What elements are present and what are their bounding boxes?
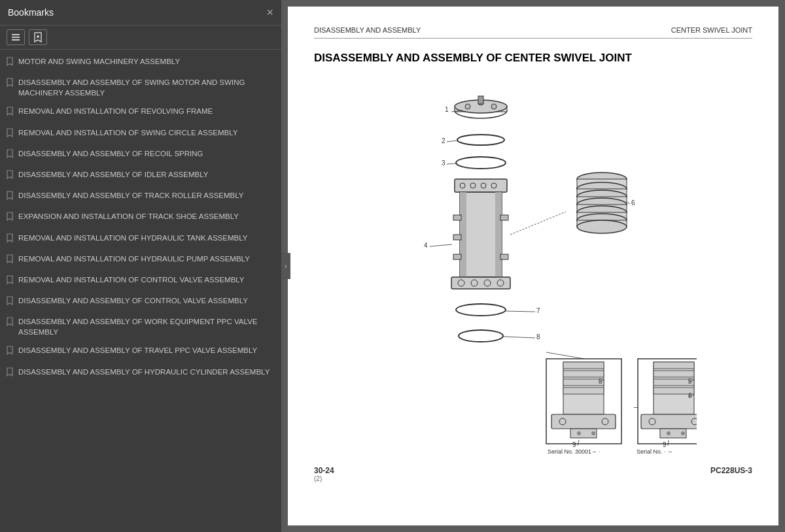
- svg-rect-32: [451, 277, 510, 289]
- svg-text:8: 8: [536, 333, 540, 341]
- svg-text:2: 2: [442, 137, 445, 144]
- svg-text:1: 1: [445, 106, 449, 113]
- bookmark-text: REMOVAL AND INSTALLATION OF HYDRAULIC TA…: [18, 233, 275, 243]
- svg-text:7: 7: [536, 307, 540, 314]
- bookmark-item[interactable]: EXPANSION AND INSTALLATION OF TRACK SHOE…: [0, 207, 281, 228]
- footer-page-sub: (2): [314, 475, 334, 482]
- bookmark-icon: [7, 367, 13, 380]
- svg-line-98: [510, 212, 566, 235]
- doc-header-left: DISASSEMBLY AND ASSEMBLY: [314, 26, 421, 34]
- bookmark-text: EXPANSION AND INSTALLATION OF TRACK SHOE…: [18, 211, 275, 222]
- svg-point-7: [465, 104, 470, 109]
- svg-rect-64: [563, 371, 604, 377]
- bookmark-icon: [7, 57, 13, 69]
- svg-rect-29: [453, 254, 461, 259]
- bookmark-item[interactable]: REMOVAL AND INSTALLATION OF CONTROL VALV…: [0, 271, 281, 291]
- bookmark-item[interactable]: DISASSEMBLY AND ASSEMBLY OF TRAVEL PPC V…: [0, 341, 281, 362]
- bookmark-icon: [7, 212, 13, 224]
- svg-rect-67: [551, 414, 616, 429]
- bookmark-text: REMOVAL AND INSTALLATION OF SWING CIRCLE…: [18, 127, 275, 138]
- svg-rect-26: [495, 192, 502, 277]
- bookmark-text: DISASSEMBLY AND ASSEMBLY OF CONTROL VALV…: [18, 295, 275, 306]
- doc-content: 1 2 3: [314, 78, 752, 457]
- bookmark-text: REMOVAL AND INSTALLATION OF CONTROL VALV…: [18, 274, 275, 285]
- svg-rect-79: [654, 362, 694, 369]
- bookmark-item[interactable]: DISASSEMBLY AND ASSEMBLY OF IDLER ASSEMB…: [0, 165, 281, 186]
- bookmark-item[interactable]: DISASSEMBLY AND ASSEMBLY OF WORK EQUIPME…: [0, 312, 281, 341]
- svg-text:6: 6: [631, 199, 635, 207]
- svg-text:9: 9: [663, 441, 667, 448]
- svg-rect-0: [12, 34, 20, 35]
- bookmark-icon: [7, 191, 13, 203]
- bookmarks-header: Bookmarks ×: [0, 0, 281, 25]
- svg-point-13: [457, 135, 504, 145]
- bookmark-view-button[interactable]: [29, 29, 47, 45]
- bookmark-item[interactable]: DISASSEMBLY AND ASSEMBLY OF TRACK ROLLER…: [0, 186, 281, 207]
- svg-point-72: [591, 431, 595, 435]
- bookmark-item[interactable]: DISASSEMBLY AND ASSEMBLY OF HYDRAULIC CY…: [0, 363, 281, 384]
- bookmark-icon: [7, 296, 13, 308]
- bookmark-item[interactable]: REMOVAL AND INSTALLATION OF SWING CIRCLE…: [0, 124, 281, 144]
- bookmark-item[interactable]: DISASSEMBLY AND ASSEMBLY OF RECOIL SPRIN…: [0, 144, 281, 165]
- bookmark-icon: [7, 233, 13, 246]
- bookmark-text: DISASSEMBLY AND ASSEMBLY OF WORK EQUIPME…: [18, 316, 275, 337]
- bookmark-icon: [7, 275, 13, 288]
- bookmark-text: DISASSEMBLY AND ASSEMBLY OF SWING MOTOR …: [18, 77, 275, 98]
- list-view-button[interactable]: [7, 29, 25, 45]
- bookmark-icon: [7, 149, 13, 161]
- bookmark-icon: [7, 107, 13, 119]
- bookmark-text: DISASSEMBLY AND ASSEMBLY OF TRAVEL PPC V…: [18, 345, 275, 356]
- bookmark-text: REMOVAL AND INSTALLATION OF HYDRAULIC PU…: [18, 254, 275, 264]
- bookmark-text: DISASSEMBLY AND ASSEMBLY OF IDLER ASSEMB…: [18, 169, 275, 180]
- bookmark-icon: [7, 317, 13, 329]
- bookmarks-title: Bookmarks: [8, 7, 54, 18]
- svg-text:9: 9: [572, 441, 576, 448]
- svg-rect-83: [641, 414, 697, 429]
- svg-rect-65: [563, 379, 604, 386]
- svg-rect-1: [12, 37, 20, 38]
- bookmark-item[interactable]: MOTOR AND SWING MACHINERY ASSEMBLY: [0, 52, 281, 73]
- bookmark-item[interactable]: REMOVAL AND INSTALLATION OF HYDRAULIC PU…: [0, 250, 281, 271]
- svg-rect-66: [563, 388, 604, 394]
- footer-page-number: 30-24: [314, 466, 334, 475]
- svg-text:Serial No.  ·  ～: Serial No. · ～: [637, 448, 673, 455]
- bookmark-text: DISASSEMBLY AND ASSEMBLY OF TRACK ROLLER…: [18, 190, 275, 201]
- svg-point-16: [456, 157, 506, 169]
- panel-collapse-toggle[interactable]: ‹: [281, 253, 290, 279]
- svg-rect-80: [654, 371, 694, 377]
- svg-line-59: [627, 202, 630, 204]
- svg-line-38: [430, 244, 452, 246]
- bookmark-item[interactable]: DISASSEMBLY AND ASSEMBLY OF CONTROL VALV…: [0, 291, 281, 312]
- svg-line-41: [506, 311, 535, 312]
- bookmark-list: MOTOR AND SWING MACHINERY ASSEMBLY DISAS…: [0, 50, 281, 532]
- svg-text:4: 4: [424, 242, 428, 249]
- svg-line-15: [447, 141, 457, 142]
- bookmark-icon: [7, 346, 13, 358]
- footer-model: PC228US-3: [710, 466, 752, 482]
- bookmark-text: REMOVAL AND INSTALLATION OF REVOLVING FR…: [18, 106, 275, 116]
- doc-header: DISASSEMBLY AND ASSEMBLY CENTER SWIVEL J…: [314, 26, 752, 39]
- svg-point-3: [37, 35, 39, 38]
- close-button[interactable]: ×: [266, 7, 273, 18]
- bookmark-text: DISASSEMBLY AND ASSEMBLY OF RECOIL SPRIN…: [18, 148, 275, 159]
- svg-rect-31: [500, 254, 508, 259]
- svg-rect-2: [12, 39, 20, 41]
- bookmark-icon: [7, 78, 13, 90]
- svg-text:3: 3: [442, 159, 445, 167]
- doc-title: DISASSEMBLY AND ASSEMBLY OF CENTER SWIVE…: [314, 52, 752, 65]
- footer-left: 30-24 (2): [314, 466, 334, 482]
- bookmark-icon: [7, 128, 13, 141]
- svg-rect-10: [478, 96, 483, 104]
- bookmarks-toolbar: [0, 25, 281, 50]
- diagram-container: 1 2 3: [370, 78, 697, 457]
- svg-rect-30: [500, 215, 508, 220]
- bookmark-item[interactable]: REMOVAL AND INSTALLATION OF HYDRAULIC TA…: [0, 229, 281, 250]
- bookmark-text: DISASSEMBLY AND ASSEMBLY OF HYDRAULIC CY…: [18, 367, 275, 377]
- bookmark-item[interactable]: DISASSEMBLY AND ASSEMBLY OF SWING MOTOR …: [0, 73, 281, 102]
- svg-text:Serial No. 30001～ ·: Serial No. 30001～ ·: [548, 448, 601, 455]
- svg-rect-63: [563, 362, 604, 369]
- svg-rect-28: [453, 235, 461, 240]
- bookmark-item[interactable]: REMOVAL AND INSTALLATION OF REVOLVING FR…: [0, 102, 281, 123]
- svg-point-39: [456, 304, 506, 316]
- bookmarks-panel: Bookmarks × MOTOR AND SWING MACHINERY AS…: [0, 0, 281, 532]
